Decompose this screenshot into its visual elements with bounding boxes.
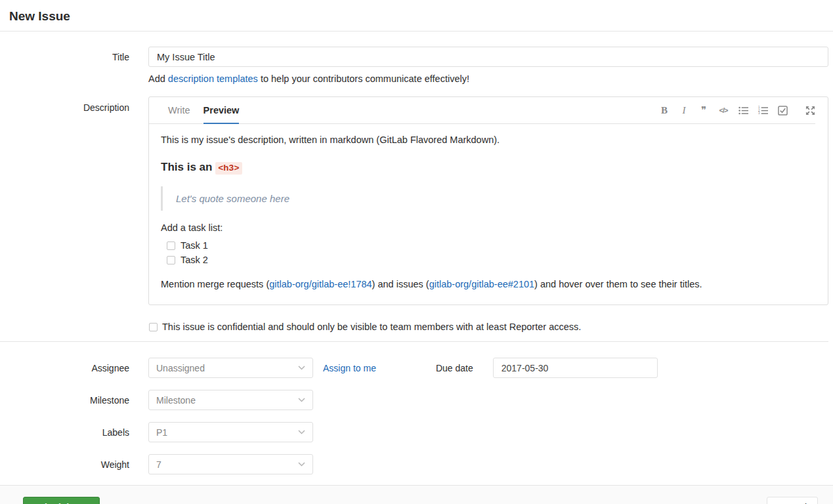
- weight-label: Weight: [0, 459, 129, 470]
- chevron-down-icon: [298, 462, 305, 467]
- assignee-value: Unassigned: [156, 363, 205, 373]
- section-divider: [0, 341, 828, 342]
- mention-text: ) and hover over them to see their title…: [534, 279, 702, 289]
- bold-icon[interactable]: B: [659, 105, 670, 116]
- task-label: Task 1: [181, 239, 208, 253]
- heading-text: This is an: [161, 161, 215, 173]
- description-templates-link[interactable]: description templates: [168, 74, 258, 84]
- task-label: Task 2: [181, 253, 208, 267]
- assignee-label: Assignee: [0, 363, 129, 373]
- weight-control: 7: [148, 454, 828, 474]
- new-issue-page: New Issue Title Add description template…: [0, 0, 833, 504]
- task-list: Task 1 Task 2: [161, 238, 816, 267]
- labels-dropdown[interactable]: P1: [148, 422, 313, 442]
- title-control: [148, 47, 828, 67]
- confidential-row: This issue is confidential and should on…: [149, 322, 828, 332]
- labels-label: Labels: [0, 427, 129, 438]
- numbered-list-icon[interactable]: 1 2 3: [758, 105, 768, 116]
- italic-icon[interactable]: I: [679, 105, 689, 116]
- title-row: Title: [0, 47, 828, 67]
- confidential-checkbox[interactable]: [149, 323, 158, 331]
- preview-paragraph: This is my issue's description, written …: [161, 133, 816, 147]
- confidential-label: This issue is confidential and should on…: [162, 322, 581, 332]
- milestone-control: Milestone: [148, 390, 828, 410]
- task-list-intro: Add a task list:: [161, 221, 816, 235]
- weight-value: 7: [156, 459, 161, 470]
- description-label: Description: [0, 96, 129, 113]
- assignee-row: Assignee Unassigned Assign to me Due dat…: [0, 358, 828, 378]
- form-actions-footer: Submit issue Cancel: [0, 485, 833, 504]
- chevron-down-icon: [298, 366, 305, 370]
- bullet-list-icon[interactable]: [738, 105, 748, 116]
- weight-row: Weight 7: [0, 454, 828, 474]
- new-issue-form: Title Add description templates to help …: [0, 32, 833, 474]
- title-input[interactable]: [148, 47, 828, 67]
- due-date-input[interactable]: [493, 358, 658, 378]
- mention-paragraph: Mention merge requests (gitlab-org/gitla…: [161, 278, 816, 291]
- page-header: New Issue: [0, 0, 833, 32]
- inline-code: <h3>: [215, 162, 242, 175]
- milestone-label: Milestone: [0, 395, 129, 406]
- markdown-tab-bar: Write Preview B I ❞ </>: [149, 97, 815, 124]
- milestone-value: Milestone: [156, 395, 196, 406]
- mention-text: Mention merge requests (: [161, 279, 269, 289]
- weight-dropdown[interactable]: 7: [148, 454, 313, 474]
- help-suffix: to help your contributors communicate ef…: [258, 74, 469, 84]
- fullscreen-icon[interactable]: [805, 105, 815, 116]
- tab-preview[interactable]: Preview: [203, 97, 240, 124]
- markdown-editor: Write Preview B I ❞ </>: [148, 96, 828, 305]
- task-list-icon[interactable]: [777, 105, 788, 116]
- description-templates-help: Add description templates to help your c…: [148, 74, 828, 84]
- chevron-down-icon: [298, 398, 305, 402]
- markdown-preview: This is my issue's description, written …: [149, 124, 828, 304]
- milestone-row: Milestone Milestone: [0, 390, 828, 410]
- markdown-toolbar: B I ❞ </>: [659, 97, 815, 123]
- task-item: Task 2: [167, 253, 816, 267]
- description-control: Write Preview B I ❞ </>: [148, 96, 828, 305]
- description-row: Description Write Preview B I ❞ </>: [0, 96, 828, 305]
- labels-row: Labels P1: [0, 422, 828, 442]
- code-icon[interactable]: </>: [718, 105, 729, 116]
- chevron-down-icon: [298, 430, 305, 434]
- svg-text:3: 3: [758, 112, 760, 115]
- milestone-dropdown[interactable]: Milestone: [148, 390, 313, 410]
- tab-write[interactable]: Write: [168, 97, 190, 123]
- preview-heading: This is an <h3>: [161, 160, 816, 176]
- mention-text: ) and issues (: [372, 279, 429, 289]
- labels-value: P1: [156, 427, 167, 438]
- help-prefix: Add: [148, 74, 168, 84]
- preview-blockquote: Let's quote someone here: [161, 186, 816, 211]
- labels-control: P1: [148, 422, 828, 442]
- quote-icon[interactable]: ❞: [698, 105, 709, 116]
- due-date-label: Due date: [436, 363, 473, 373]
- title-label: Title: [0, 52, 129, 62]
- merge-request-link[interactable]: gitlab-org/gitlab-ee!1784: [269, 279, 372, 289]
- page-title: New Issue: [9, 9, 822, 23]
- assignee-controls: Unassigned Assign to me Due date: [148, 358, 828, 378]
- task-checkbox: [167, 256, 175, 264]
- assignee-dropdown[interactable]: Unassigned: [148, 358, 313, 378]
- task-item: Task 1: [167, 238, 816, 253]
- assign-to-me-link[interactable]: Assign to me: [323, 363, 376, 373]
- issue-link[interactable]: gitlab-org/gitlab-ee#2101: [429, 279, 534, 289]
- cancel-button[interactable]: Cancel: [767, 497, 818, 504]
- task-checkbox: [167, 242, 175, 250]
- submit-issue-button[interactable]: Submit issue: [23, 497, 100, 504]
